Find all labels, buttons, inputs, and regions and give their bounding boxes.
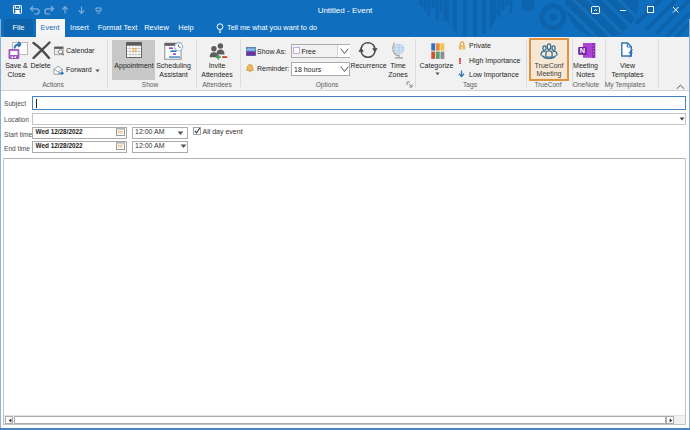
svg-text:N: N [580,46,585,55]
